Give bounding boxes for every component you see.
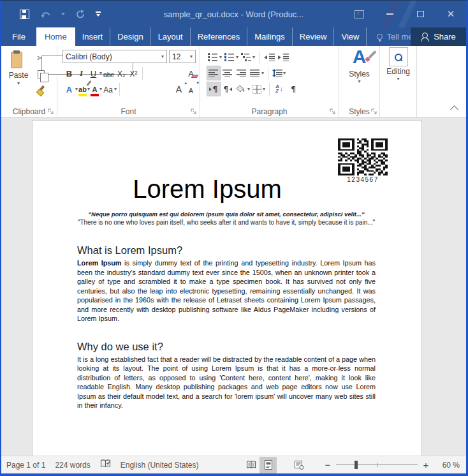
sort-button[interactable]: AZ ↓ (272, 82, 286, 96)
editing-group-label (380, 105, 416, 117)
editing-button-label: Editing (386, 67, 410, 76)
numbering-button[interactable]: ▾ (223, 50, 240, 64)
styles-button[interactable]: A Styles ▾ (339, 46, 379, 105)
bullets-button[interactable]: ▾ (207, 50, 223, 64)
proofing-button[interactable] (100, 459, 111, 470)
clipboard-body: Paste ▾ ✂ (1, 46, 57, 105)
borders-icon (252, 85, 261, 94)
word-count[interactable]: 224 words (55, 461, 90, 470)
tab-file[interactable]: File (1, 27, 36, 46)
print-layout-button[interactable] (260, 457, 277, 473)
read-mode-button[interactable] (242, 457, 260, 473)
justify-button[interactable]: ▾ (249, 66, 265, 80)
font-name-combobox[interactable]: Calibri (Body) ▾ (62, 50, 167, 63)
tab-home[interactable]: Home (36, 27, 75, 46)
change-case-button[interactable]: Aa (102, 82, 114, 96)
close-icon: ✕ (447, 8, 455, 20)
separator (119, 83, 120, 96)
font-color-button[interactable]: A (90, 82, 99, 96)
paragraph-lead: Lorem Ipsum (77, 259, 121, 267)
subscript-button[interactable]: X₂ (115, 66, 128, 80)
separator (269, 83, 270, 96)
left-to-right-button[interactable]: ¶ (207, 82, 221, 96)
line-spacing-button[interactable]: ▾ (271, 66, 287, 80)
tab-review[interactable]: Review (293, 27, 335, 46)
eraser-icon (191, 75, 198, 78)
grow-font-letter: A (176, 84, 182, 94)
qr-caption: 1234567 (337, 176, 388, 183)
editing-button[interactable]: Editing ▾ (380, 46, 416, 105)
styles-dialog-launcher[interactable] (371, 108, 377, 115)
tab-mailings[interactable]: Mailings (247, 27, 293, 46)
close-button[interactable]: ✕ (435, 1, 466, 27)
language-indicator[interactable]: English (United States) (121, 461, 199, 470)
chevron-down-icon[interactable]: ▾ (114, 87, 117, 92)
save-button[interactable] (18, 8, 31, 20)
zoom-slider[interactable] (336, 460, 418, 470)
decrease-indent-button[interactable] (262, 50, 276, 64)
clipboard-dialog-launcher[interactable] (48, 108, 54, 115)
undo-button[interactable] (40, 8, 52, 20)
zoom-percentage[interactable]: 60 % (432, 461, 460, 470)
show-hide-marks-button[interactable]: ¶ (286, 82, 300, 96)
page-indicator[interactable]: Page 1 of 1 (6, 461, 45, 470)
underline-button[interactable]: U (87, 66, 99, 80)
paste-button[interactable]: Paste ▾ (4, 49, 33, 105)
section-heading: What is Lorem Ipsum? (77, 243, 376, 257)
align-center-button[interactable] (221, 66, 235, 80)
text-effects-button[interactable]: A (63, 82, 75, 96)
chevron-down-icon: ▾ (252, 55, 255, 60)
line-spacing-lines (276, 69, 282, 77)
tell-me-box[interactable]: Tell me (377, 27, 413, 46)
redo-button[interactable] (74, 8, 87, 20)
chevron-down-icon: ▾ (17, 81, 20, 86)
shrink-font-button[interactable]: A▾ (185, 82, 197, 96)
chevron-down-icon: ▾ (263, 87, 265, 92)
dialog-launcher-icon (48, 108, 54, 115)
collapse-ribbon-button[interactable] (450, 105, 458, 114)
align-right-button[interactable] (235, 66, 249, 80)
qr-block[interactable]: 1234567 (337, 138, 388, 183)
shading-button[interactable]: ▾ (235, 82, 251, 96)
tab-design[interactable]: Design (110, 27, 150, 46)
superscript-button[interactable]: X² (128, 66, 140, 80)
borders-button[interactable]: ▾ (251, 82, 267, 96)
align-left-icon (208, 69, 219, 77)
bold-button[interactable]: B (63, 66, 75, 80)
grow-font-button[interactable]: A▴ (173, 82, 185, 96)
sort-az-icon: AZ (275, 85, 279, 93)
right-to-left-button[interactable]: ¶ (221, 82, 235, 96)
tab-insert[interactable]: Insert (75, 27, 111, 46)
customize-qat-button[interactable] (96, 11, 101, 17)
undo-caret-icon[interactable] (61, 13, 65, 15)
zoom-slider-handle[interactable] (355, 461, 358, 469)
align-left-button[interactable] (207, 66, 221, 80)
clear-formatting-button[interactable]: A (185, 66, 197, 80)
font-size-value: 12 (172, 52, 180, 61)
tab-layout[interactable]: Layout (151, 27, 191, 46)
font-size-combobox[interactable]: 12 ▾ (169, 50, 196, 63)
italic-button[interactable]: I (75, 66, 87, 80)
maximize-button[interactable] (405, 1, 435, 27)
text-highlight-button[interactable]: ab (78, 82, 87, 96)
rtl-arrow-icon (230, 87, 232, 91)
increase-indent-button[interactable] (276, 50, 290, 64)
strikethrough-button[interactable]: abe (102, 66, 115, 80)
ribbon-display-options-button[interactable] (344, 1, 374, 27)
document-page[interactable]: 1234567 Lorem Ipsum "Neque porro quisqua… (32, 120, 422, 456)
share-button[interactable]: Share (411, 27, 466, 46)
font-dialog-launcher[interactable] (191, 108, 197, 115)
paragraph-dialog-launcher[interactable] (330, 108, 336, 115)
format-painter-button[interactable] (33, 83, 48, 97)
section-1: What is Lorem Ipsum? Lorem Ipsum is simp… (77, 243, 376, 324)
minimize-button[interactable] (374, 1, 405, 27)
status-right: − + 60 % (242, 457, 466, 473)
tab-references[interactable]: References (191, 27, 247, 46)
tab-view[interactable]: View (334, 27, 367, 46)
multilevel-list-button[interactable]: ▾ (240, 50, 256, 64)
separator (259, 51, 260, 64)
zoom-in-button[interactable]: + (420, 459, 432, 470)
web-layout-button[interactable] (291, 457, 308, 473)
zoom-out-button[interactable]: − (322, 459, 333, 470)
highlight-color-swatch (78, 94, 87, 96)
